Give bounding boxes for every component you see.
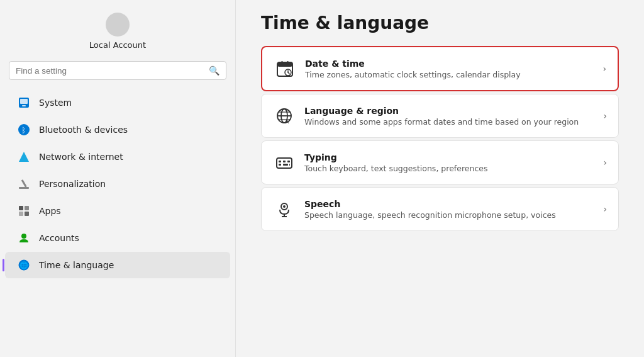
page-title: Time & language — [261, 13, 619, 33]
svg-rect-1 — [20, 99, 28, 104]
setting-card-date-time[interactable]: Date & time Time zones, automatic clock … — [261, 46, 619, 91]
svg-text:🌐: 🌐 — [19, 261, 28, 269]
svg-rect-17 — [281, 61, 283, 65]
sidebar-item-personalization-label: Personalization — [39, 179, 106, 189]
speech-title: Speech — [304, 199, 603, 209]
language-chevron: › — [603, 111, 607, 121]
svg-rect-31 — [287, 161, 290, 162]
sidebar-item-apps[interactable]: Apps — [5, 198, 230, 224]
svg-rect-11 — [25, 212, 29, 216]
accounts-icon — [18, 232, 30, 244]
language-icon: A — [273, 105, 296, 127]
network-icon — [18, 150, 30, 163]
sidebar: Local Account 🔍 System ᛒ Blueto — [0, 0, 236, 357]
svg-rect-29 — [279, 161, 281, 162]
sidebar-item-network[interactable]: Network & internet — [5, 144, 230, 170]
date-time-desc: Time zones, automatic clock settings, ca… — [305, 70, 602, 79]
apps-icon — [18, 205, 30, 217]
search-icon[interactable]: 🔍 — [209, 65, 219, 76]
sidebar-item-system-label: System — [39, 98, 72, 108]
search-box[interactable]: 🔍 — [9, 61, 226, 80]
sidebar-item-apps-label: Apps — [39, 206, 61, 216]
system-icon — [18, 96, 30, 109]
account-label: Local Account — [89, 40, 146, 50]
svg-rect-8 — [19, 206, 23, 210]
typing-title: Typing — [304, 152, 603, 162]
sidebar-item-accounts[interactable]: Accounts — [5, 225, 230, 251]
typing-icon — [273, 151, 296, 174]
speech-desc: Speech language, speech recognition micr… — [304, 210, 603, 220]
typing-chevron: › — [603, 157, 607, 167]
svg-line-21 — [288, 72, 289, 74]
typing-text: Typing Touch keyboard, text suggestions,… — [304, 152, 603, 173]
svg-rect-28 — [277, 158, 292, 168]
sidebar-item-time-label: Time & language — [39, 260, 114, 270]
date-time-icon — [274, 57, 296, 80]
search-input[interactable] — [16, 66, 209, 76]
language-title: Language & region — [304, 106, 603, 116]
svg-rect-18 — [287, 61, 289, 65]
svg-rect-2 — [22, 105, 26, 106]
bluetooth-icon: ᛒ — [18, 123, 30, 136]
setting-card-speech[interactable]: Speech Speech language, speech recogniti… — [261, 187, 619, 231]
speech-chevron: › — [603, 204, 607, 214]
date-time-text: Date & time Time zones, automatic clock … — [305, 59, 602, 79]
sidebar-item-network-label: Network & internet — [39, 152, 123, 162]
svg-text:A: A — [286, 119, 289, 125]
sidebar-item-time[interactable]: 🌐 Time & language — [5, 252, 230, 278]
date-time-chevron: › — [602, 64, 606, 74]
sidebar-item-bluetooth[interactable]: ᛒ Bluetooth & devices — [5, 116, 230, 143]
main-content: Time & language Date & time Time zones, … — [236, 0, 644, 357]
typing-desc: Touch keyboard, text suggestions, prefer… — [304, 164, 603, 173]
settings-list: Date & time Time zones, automatic clock … — [261, 46, 619, 231]
svg-point-12 — [21, 234, 26, 239]
speech-text: Speech Speech language, speech recogniti… — [304, 199, 603, 220]
personalization-icon — [18, 178, 30, 190]
svg-rect-32 — [279, 164, 281, 166]
svg-point-36 — [283, 205, 286, 208]
sidebar-item-personalization[interactable]: Personalization — [5, 171, 230, 197]
time-icon: 🌐 — [18, 259, 30, 271]
svg-rect-10 — [19, 212, 23, 216]
setting-card-language[interactable]: A Language & region Windows and some app… — [261, 94, 619, 138]
account-info: Local Account — [0, 6, 235, 59]
svg-text:ᛒ: ᛒ — [21, 126, 26, 135]
speech-icon — [273, 198, 296, 220]
sidebar-item-accounts-label: Accounts — [39, 233, 79, 243]
svg-rect-6 — [19, 187, 29, 189]
sidebar-item-system[interactable]: System — [5, 89, 230, 116]
svg-marker-5 — [19, 152, 29, 162]
language-desc: Windows and some apps format dates and t… — [304, 117, 603, 127]
svg-rect-34 — [289, 164, 290, 166]
sidebar-item-bluetooth-label: Bluetooth & devices — [39, 125, 128, 135]
setting-card-typing[interactable]: Typing Touch keyboard, text suggestions,… — [261, 140, 619, 184]
svg-rect-30 — [283, 161, 286, 162]
nav-list: System ᛒ Bluetooth & devices Network & i… — [0, 89, 235, 357]
svg-rect-9 — [25, 206, 29, 210]
date-time-title: Date & time — [305, 59, 602, 69]
svg-rect-7 — [21, 179, 27, 188]
avatar — [106, 13, 130, 37]
svg-rect-16 — [277, 62, 292, 67]
language-text: Language & region Windows and some apps … — [304, 106, 603, 127]
svg-rect-33 — [283, 164, 288, 166]
